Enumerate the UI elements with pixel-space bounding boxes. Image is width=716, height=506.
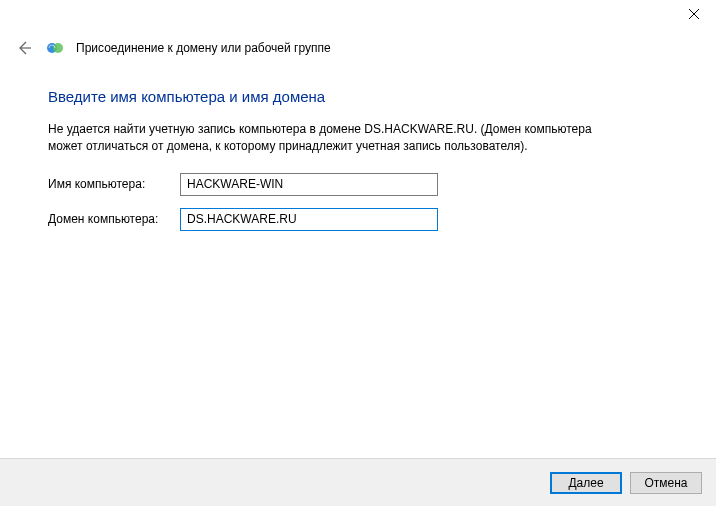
next-button[interactable]: Далее xyxy=(550,472,622,494)
computer-name-label: Имя компьютера: xyxy=(48,177,180,191)
back-button[interactable] xyxy=(14,38,34,58)
content-area: Введите имя компьютера и имя домена Не у… xyxy=(0,64,716,231)
wizard-header: Присоединение к домену или рабочей групп… xyxy=(0,32,716,64)
arrow-left-icon xyxy=(16,40,32,56)
wizard-title: Присоединение к домену или рабочей групп… xyxy=(76,41,331,55)
computer-name-input[interactable] xyxy=(180,173,438,196)
close-icon xyxy=(689,9,699,19)
close-button[interactable] xyxy=(671,0,716,28)
titlebar xyxy=(0,0,716,32)
domain-icon xyxy=(46,39,64,57)
svg-point-2 xyxy=(53,43,63,53)
page-description: Не удается найти учетную запись компьюте… xyxy=(48,121,608,155)
computer-name-row: Имя компьютера: xyxy=(48,173,676,196)
cancel-button[interactable]: Отмена xyxy=(630,472,702,494)
computer-domain-row: Домен компьютера: xyxy=(48,208,676,231)
footer-bar: Далее Отмена xyxy=(0,458,716,506)
computer-domain-input[interactable] xyxy=(180,208,438,231)
page-heading: Введите имя компьютера и имя домена xyxy=(48,88,676,105)
computer-domain-label: Домен компьютера: xyxy=(48,212,180,226)
